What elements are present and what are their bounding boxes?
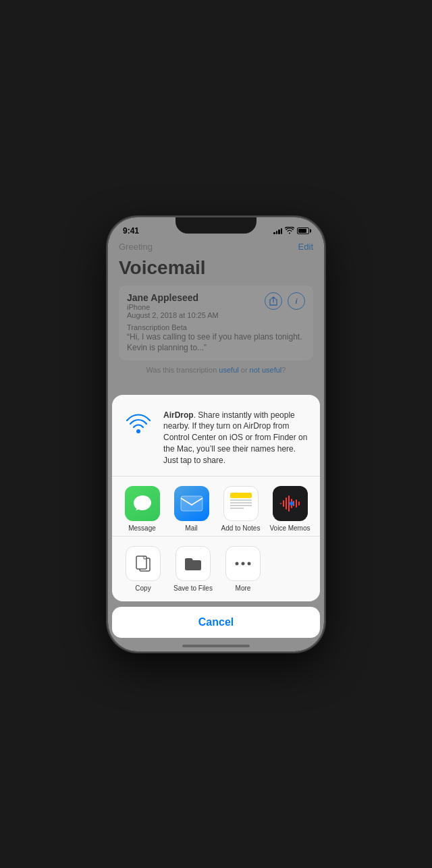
voice-memos-app-label: Voice Memos bbox=[269, 524, 310, 532]
phone-frame: 9:41 bbox=[108, 217, 324, 651]
svg-point-20 bbox=[236, 562, 239, 565]
mail-app-icon bbox=[174, 486, 209, 521]
message-app-label: Message bbox=[128, 524, 156, 532]
action-item-save-to-files[interactable]: Save to Files bbox=[171, 546, 215, 592]
svg-rect-1 bbox=[181, 496, 202, 511]
action-item-copy[interactable]: Copy bbox=[122, 546, 165, 592]
share-panel: AirDrop. Share instantly with people nea… bbox=[112, 395, 320, 601]
airdrop-title: AirDrop bbox=[163, 410, 194, 420]
more-action-icon bbox=[225, 546, 261, 581]
svg-point-0 bbox=[136, 429, 140, 433]
actions-row: Copy Save to Files bbox=[112, 537, 320, 601]
app-item-mail[interactable]: Mail bbox=[170, 486, 213, 532]
svg-rect-19 bbox=[136, 556, 146, 569]
airdrop-section: AirDrop. Share instantly with people nea… bbox=[112, 403, 320, 477]
message-app-icon bbox=[125, 486, 160, 521]
svg-point-17 bbox=[290, 501, 294, 506]
cancel-button[interactable]: Cancel bbox=[112, 607, 320, 638]
airdrop-description: AirDrop. Share instantly with people nea… bbox=[163, 410, 310, 466]
app-item-notes[interactable]: Add to Notes bbox=[219, 486, 263, 532]
screen: 9:41 bbox=[108, 217, 324, 651]
share-sheet: AirDrop. Share instantly with people nea… bbox=[108, 395, 324, 651]
more-action-label: More bbox=[236, 585, 251, 592]
app-item-message[interactable]: Message bbox=[121, 486, 164, 532]
copy-action-icon bbox=[126, 546, 161, 581]
save-to-files-action-label: Save to Files bbox=[173, 585, 213, 592]
copy-action-label: Copy bbox=[135, 585, 151, 592]
notes-app-label: Add to Notes bbox=[221, 524, 261, 532]
voice-memos-app-icon bbox=[273, 486, 308, 521]
svg-rect-3 bbox=[230, 493, 252, 498]
app-item-voice-memos[interactable]: Voice Memos bbox=[269, 486, 312, 532]
apps-row: Message Mail bbox=[112, 477, 320, 537]
save-to-files-action-icon bbox=[176, 546, 211, 581]
notes-app-icon bbox=[223, 486, 259, 521]
action-item-more[interactable]: More bbox=[221, 546, 265, 592]
svg-point-21 bbox=[242, 562, 245, 565]
airdrop-icon bbox=[122, 410, 155, 443]
home-indicator bbox=[182, 645, 250, 647]
svg-point-22 bbox=[248, 562, 251, 565]
mail-app-label: Mail bbox=[185, 524, 197, 532]
